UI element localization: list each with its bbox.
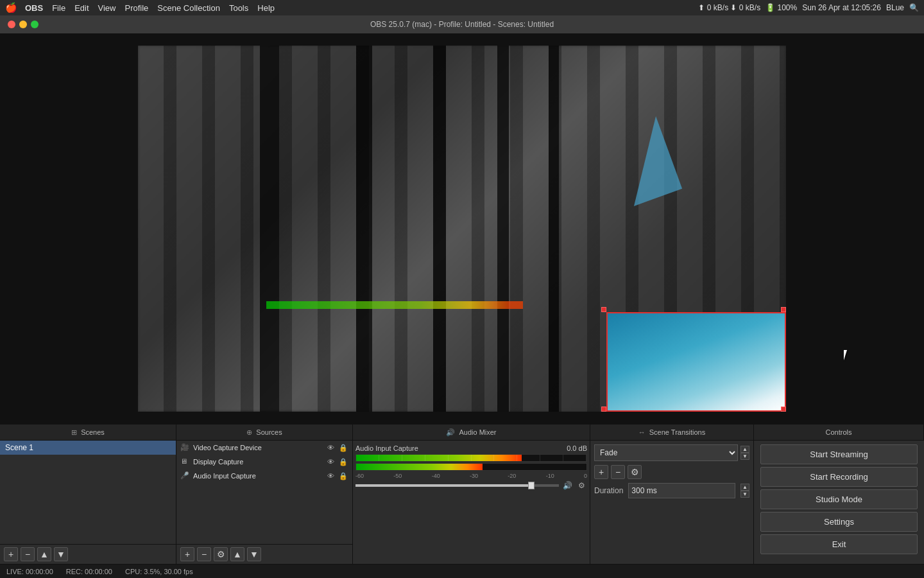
meter-mark-10	[563, 455, 586, 461]
source-video-lock[interactable]: 🔒	[338, 442, 348, 453]
scene-up-button[interactable]: ▲	[37, 547, 51, 561]
source-audio-lock[interactable]: 🔒	[338, 471, 348, 481]
scenes-icon: ⊞	[71, 428, 77, 437]
transitions-select-row: Fade ▲ ▼	[594, 444, 749, 461]
start-recording-button[interactable]: Start Recording	[760, 467, 918, 487]
source-down-button[interactable]: ▼	[247, 547, 261, 561]
studio-mode-button[interactable]: Studio Mode	[760, 489, 918, 509]
sources-label: Sources	[256, 428, 282, 436]
source-remove-button[interactable]: −	[197, 547, 211, 561]
preview-selected-element[interactable]	[606, 312, 786, 412]
menu-obs[interactable]: OBS	[25, 3, 43, 13]
source-item-display[interactable]: 🖥 Display Capture 👁 🔒	[176, 455, 352, 469]
transition-add-button[interactable]: +	[594, 465, 608, 479]
transition-select-up[interactable]: ▲	[740, 446, 749, 453]
sources-panel-header: ⊕ Sources	[176, 425, 353, 440]
volume-slider[interactable]	[355, 484, 559, 487]
transition-settings-button[interactable]: ⚙	[628, 465, 642, 479]
source-audio-label: Audio Input Capture	[193, 472, 321, 480]
mixer-channel-name: Audio Input Capture	[355, 444, 418, 452]
selection-handle-tl[interactable]	[601, 307, 606, 312]
preview-audio-bar	[266, 301, 523, 309]
source-display-lock[interactable]: 🔒	[338, 457, 348, 467]
battery-status: 🔋 100%	[766, 3, 797, 12]
source-video-eye[interactable]: 👁	[325, 442, 336, 453]
audio-meter-fill-2	[356, 464, 483, 470]
audio-settings-button[interactable]: ⚙	[576, 480, 587, 491]
scene-add-button[interactable]: +	[4, 547, 18, 561]
menubar-right: ⬆ 0 kB/s ⬇ 0 kB/s 🔋 100% Sun 26 Apr at 1…	[698, 3, 919, 12]
duration-spinner: ▲ ▼	[740, 484, 749, 498]
scale-30: -30	[470, 473, 478, 479]
maximize-button[interactable]	[31, 21, 38, 28]
mixer-icon: 🔊	[446, 428, 455, 437]
menu-tools[interactable]: Tools	[229, 3, 248, 13]
transition-select-down[interactable]: ▼	[740, 453, 749, 460]
panels-row: Scene 1 + − ▲ ▼ 🎥 Video Capture Device 👁…	[0, 441, 924, 564]
source-add-button[interactable]: +	[180, 547, 194, 561]
status-bar: LIVE: 00:00:00 REC: 00:00:00 CPU: 3.5%, …	[0, 564, 924, 578]
selection-handle-tr[interactable]	[781, 307, 786, 312]
minimize-button[interactable]	[19, 21, 27, 28]
menu-file[interactable]: File	[52, 3, 65, 13]
scene-transitions-panel: Fade ▲ ▼ + − ⚙ Duration ▲ ▼	[590, 441, 754, 564]
source-display-eye[interactable]: 👁	[325, 457, 336, 467]
duration-down[interactable]: ▼	[740, 491, 749, 498]
controls-panel: Start Streaming Start Recording Studio M…	[754, 441, 924, 564]
menu-edit[interactable]: Edit	[74, 3, 89, 13]
scale-50: -50	[393, 473, 402, 479]
scale-10: -10	[546, 473, 554, 479]
scene-remove-button[interactable]: −	[21, 547, 35, 561]
duration-input[interactable]	[628, 483, 735, 498]
audio-meter-bar-2	[355, 463, 587, 471]
audio-capture-icon: 🎤	[180, 471, 189, 480]
apple-menu[interactable]: 🍎	[5, 2, 17, 13]
selection-handle-br[interactable]	[781, 407, 786, 412]
source-item-audio[interactable]: 🎤 Audio Input Capture 👁 🔒	[176, 469, 352, 483]
preview-bar-3	[433, 46, 446, 412]
source-item-video[interactable]: 🎥 Video Capture Device 👁 🔒	[176, 441, 352, 455]
titlebar: OBS 25.0.7 (mac) - Profile: Untitled - S…	[0, 15, 924, 33]
menu-scene-collection[interactable]: Scene Collection	[157, 3, 220, 13]
search-icon[interactable]: 🔍	[909, 3, 919, 12]
mute-button[interactable]: 🔊	[561, 480, 573, 491]
menu-view[interactable]: View	[98, 3, 116, 13]
source-audio-eye[interactable]: 👁	[325, 471, 336, 481]
rec-timer: REC: 00:00:00	[66, 568, 112, 575]
menubar: 🍎 OBS File Edit View Profile Scene Colle…	[0, 0, 924, 15]
scene-item-1[interactable]: Scene 1	[0, 441, 176, 455]
duration-up[interactable]: ▲	[740, 484, 749, 491]
close-button[interactable]	[8, 21, 15, 28]
duration-row: Duration ▲ ▼	[594, 483, 749, 498]
audio-meter-bar	[355, 454, 587, 462]
transition-select-arrows: ▲ ▼	[740, 446, 749, 460]
scenes-panel-header: ⊞ Scenes	[0, 425, 176, 440]
source-audio-controls: 👁 🔒	[325, 471, 348, 481]
start-streaming-button[interactable]: Start Streaming	[760, 444, 918, 464]
exit-button[interactable]: Exit	[760, 534, 918, 554]
meter-mark-9	[540, 455, 563, 461]
mixer-channel-header: Audio Input Capture 0.0 dB	[355, 444, 587, 452]
scene-down-button[interactable]: ▼	[54, 547, 68, 561]
preview-area[interactable]	[0, 33, 924, 424]
controls-panel-header: Controls	[754, 425, 924, 440]
source-video-label: Video Capture Device	[193, 444, 321, 451]
volume-slider-thumb[interactable]	[528, 482, 535, 489]
source-up-button[interactable]: ▲	[230, 547, 244, 561]
preview-bar-2	[356, 46, 372, 412]
transition-select[interactable]: Fade	[594, 444, 738, 461]
scenes-toolbar: + − ▲ ▼	[0, 544, 176, 564]
menu-help[interactable]: Help	[257, 3, 275, 13]
scale-40: -40	[432, 473, 440, 479]
bottom-panel: ⊞ Scenes ⊕ Sources 🔊 Audio Mixer ↔ Scene…	[0, 424, 924, 578]
sources-panel: 🎥 Video Capture Device 👁 🔒 🖥 Display Cap…	[176, 441, 353, 564]
source-settings-button[interactable]: ⚙	[214, 547, 228, 561]
preview-bar-5	[549, 46, 559, 412]
settings-button[interactable]: Settings	[760, 512, 918, 532]
scenes-label: Scenes	[81, 428, 105, 436]
transitions-label: Scene Transitions	[649, 428, 705, 436]
menu-profile[interactable]: Profile	[124, 3, 148, 13]
live-timer: LIVE: 00:00:00	[6, 568, 53, 575]
transition-remove-button[interactable]: −	[611, 465, 625, 479]
selection-handle-bl[interactable]	[601, 407, 606, 412]
